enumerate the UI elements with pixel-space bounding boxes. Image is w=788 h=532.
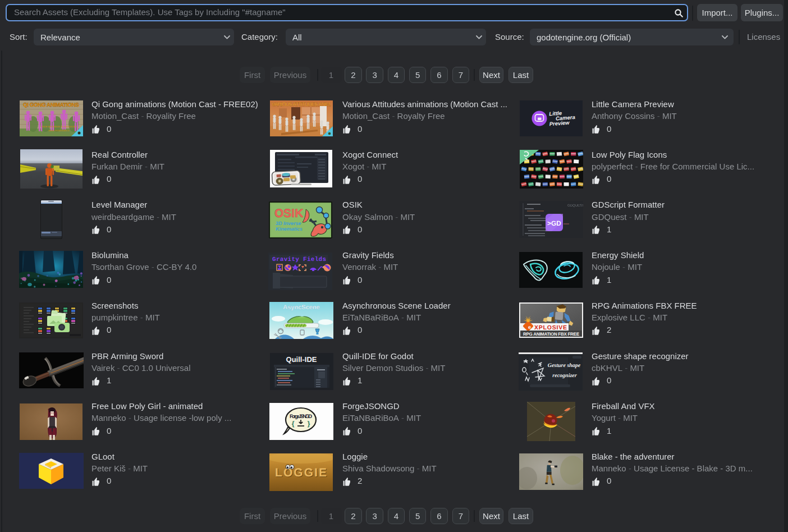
svg-text:}: } [308,420,310,428]
svg-text:GDQUEST: GDQUEST [567,204,583,208]
svg-text:XPLOSIVE: XPLOSIVE [534,324,567,331]
svg-text:e: e [528,324,531,330]
svg-text:{: { [292,420,295,428]
svg-text:3D Inverse: 3D Inverse [276,221,301,226]
svg-text:Gesture shape: Gesture shape [548,363,581,369]
svg-text:AsyncScene: AsyncScene [283,304,319,311]
svg-text:Quill-IDE: Quill-IDE [286,355,317,364]
svg-text:www.motioncast.io: www.motioncast.io [48,129,70,132]
svg-text:QI GONG ANIMATIONS: QI GONG ANIMATIONS [23,102,79,108]
svg-text:ForgeJSNGD: ForgeJSNGD [290,414,312,420]
svg-text:>GD: >GD [547,219,561,227]
svg-text:recognizer: recognizer [552,373,576,379]
svg-text:Kinematics: Kinematics [276,226,303,232]
svg-text:OSIK: OSIK [274,207,303,220]
svg-text:RPG ANIMATION FBX FREE: RPG ANIMATION FBX FREE [523,332,580,337]
svg-text:more animations on motioncast: more animations on motioncast [42,125,77,128]
svg-text:Gravity Fields: Gravity Fields [272,256,326,263]
